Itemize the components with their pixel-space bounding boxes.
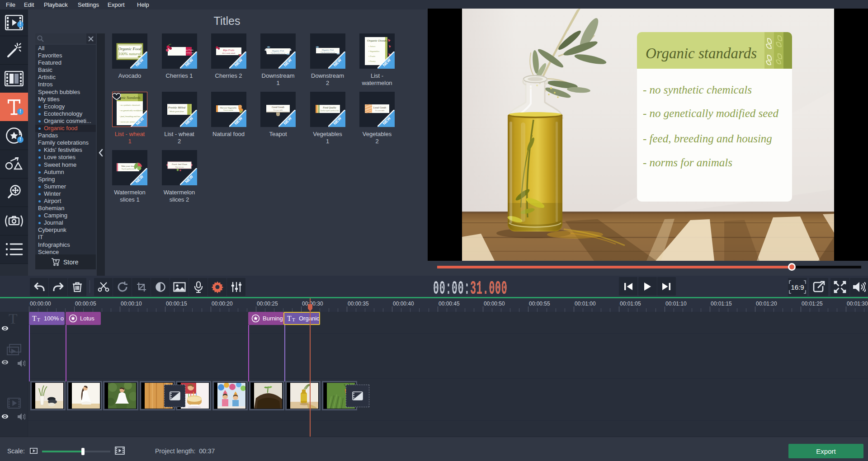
svg-text:Food Quality: Food Quality xyxy=(322,106,336,109)
svg-text:T: T xyxy=(292,317,295,322)
svg-text:- norms for animals: - norms for animals xyxy=(643,156,732,169)
svg-text:Organic Fish: Organic Fish xyxy=(321,49,334,51)
svg-text:Take your time: Take your time xyxy=(121,165,135,167)
svg-text:16:9: 16:9 xyxy=(791,283,804,291)
svg-text:Harvest Vegetable: Harvest Vegetable xyxy=(219,107,236,109)
svg-text:- no synthetic chemicals: - no synthetic chemicals xyxy=(119,104,140,106)
svg-text:• Fruits: • Fruits xyxy=(368,55,375,57)
svg-text:anic Standards: anic Standards xyxy=(120,96,140,100)
svg-text:- no genetically modified seed: - no genetically modified seed xyxy=(643,107,778,119)
svg-text:- feed, breeding and housing: - feed, breeding and housing xyxy=(643,132,772,145)
svg-text:Fresh And Clean: Fresh And Clean xyxy=(171,163,187,165)
svg-text:Good Goods: Good Goods xyxy=(272,106,284,108)
svg-text:That's for you: That's for you xyxy=(175,166,184,168)
svg-text:T: T xyxy=(37,317,40,322)
svg-text:Local Goods: Local Goods xyxy=(373,106,386,109)
svg-text:• Juices: • Juices xyxy=(368,45,376,47)
svg-text:- no synthetic chemicals: - no synthetic chemicals xyxy=(643,84,752,96)
svg-text:Organic Doods: Organic Doods xyxy=(367,39,387,42)
svg-text:Organic Food: Organic Food xyxy=(118,47,142,51)
svg-text:Organic standards: Organic standards xyxy=(646,45,757,61)
svg-text:T: T xyxy=(32,315,37,322)
svg-text:• Pastry: • Pastry xyxy=(368,60,376,62)
svg-text:T: T xyxy=(287,315,292,322)
svg-text:Ripe Fruits: Ripe Fruits xyxy=(222,49,234,52)
svg-text:Ripe Fruits: Ripe Fruits xyxy=(184,49,193,51)
svg-text:Freshly Milled: Freshly Milled xyxy=(167,106,185,109)
